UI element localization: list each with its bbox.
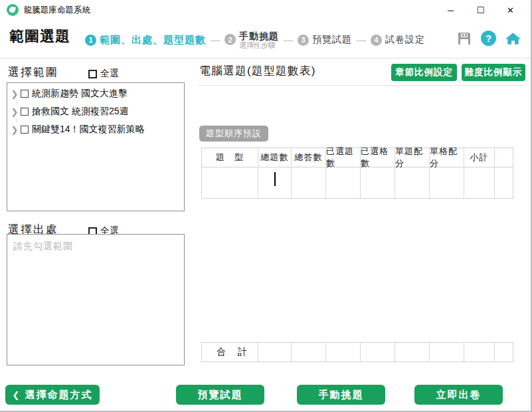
step-4-paper-settings[interactable]: 4 試卷設定 bbox=[371, 34, 425, 46]
generate-paper-button[interactable]: 立即出卷 bbox=[414, 385, 503, 405]
header-divider bbox=[0, 58, 531, 58]
range-tree: ❯ 統測新趨勢 國文大進擊 ❯ 搶救國文 統測複習25週 ❯ 關鍵雙14！國文複… bbox=[7, 82, 185, 211]
step-1-badge: 1 bbox=[85, 35, 96, 46]
source-placeholder-text: 請先勾選範圍 bbox=[13, 241, 73, 251]
total-cell bbox=[258, 343, 292, 361]
maximize-button[interactable]: ☐ bbox=[466, 0, 495, 20]
tree-item-book-1[interactable]: ❯ 統測新趨勢 國文大進擊 bbox=[10, 86, 181, 101]
step-separator: — bbox=[211, 35, 220, 45]
tree-item-book-2[interactable]: ❯ 搶救國文 統測複習25週 bbox=[10, 104, 181, 119]
window-controls: ─ ☐ ✕ bbox=[436, 0, 525, 20]
step-1-range[interactable]: 1 範圍、出處、題型題數 bbox=[85, 34, 206, 47]
text-caret bbox=[274, 172, 276, 186]
step-3-badge: 3 bbox=[298, 35, 309, 46]
total-cell bbox=[292, 343, 326, 361]
computer-selection-title: 電腦選題(題型題數表) bbox=[199, 63, 315, 78]
checkbox-icon[interactable] bbox=[21, 90, 29, 98]
checkbox-icon[interactable] bbox=[21, 126, 29, 134]
step-3-label: 預覽試題 bbox=[312, 34, 352, 46]
tree-item-label: 搶救國文 統測複習25週 bbox=[32, 106, 128, 118]
home-icon[interactable] bbox=[505, 30, 521, 47]
cell-points-per-question[interactable] bbox=[395, 167, 430, 198]
range-select-all-label: 全選 bbox=[100, 68, 119, 80]
question-type-table: 題 型 總題數 總答數 已選題數 已選格數 單題配分 單格配分 小計 bbox=[201, 148, 513, 199]
manual-pick-button[interactable]: 手動挑題 bbox=[297, 385, 385, 405]
step-2-sublabel: 選擇性步驟 bbox=[239, 41, 279, 50]
source-list-box: 請先勾選範圍 bbox=[7, 234, 185, 365]
help-icon[interactable]: ? bbox=[481, 31, 496, 46]
range-select-all-checkbox[interactable]: 全選 bbox=[88, 68, 119, 80]
app-logo-icon bbox=[7, 4, 19, 16]
cell-total-questions[interactable] bbox=[258, 167, 292, 198]
table-data-row bbox=[202, 167, 513, 198]
cell-total-answers[interactable] bbox=[292, 167, 326, 198]
save-icon[interactable] bbox=[456, 30, 472, 47]
step-2-label: 手動挑題 bbox=[239, 31, 279, 41]
step-2-manual-pick[interactable]: 2 手動挑題 選擇性步驟 bbox=[224, 31, 279, 50]
step-1-label: 範圍、出處、題型題數 bbox=[100, 34, 206, 47]
expand-chevron-icon[interactable]: ❯ bbox=[10, 107, 19, 117]
checkbox-icon[interactable] bbox=[21, 108, 29, 116]
cell-points-per-blank[interactable] bbox=[430, 167, 464, 198]
expand-chevron-icon[interactable]: ❯ bbox=[10, 89, 19, 99]
close-button[interactable]: ✕ bbox=[495, 0, 525, 20]
total-cell bbox=[430, 343, 464, 361]
back-to-method-button[interactable]: ❮ 選擇命題方式 bbox=[5, 385, 100, 405]
col-header-type: 題 型 bbox=[202, 148, 258, 167]
col-header-total-answers: 總答數 bbox=[292, 148, 326, 167]
cell-subtotal[interactable] bbox=[464, 167, 495, 198]
col-header-total-questions: 總題數 bbox=[258, 148, 292, 167]
step-2-badge: 2 bbox=[224, 34, 236, 45]
main-divider bbox=[199, 85, 524, 86]
difficulty-ratio-button[interactable]: 難度比例顯示 bbox=[462, 64, 525, 81]
total-cell bbox=[464, 343, 495, 361]
total-cell bbox=[395, 343, 430, 361]
preview-questions-button[interactable]: 預覽試題 bbox=[176, 385, 264, 405]
header-icons: ? bbox=[456, 30, 521, 47]
step-4-label: 試卷設定 bbox=[385, 34, 425, 46]
minimize-button[interactable]: ─ bbox=[436, 0, 466, 20]
total-cell bbox=[495, 343, 513, 361]
cell-type[interactable] bbox=[202, 167, 258, 198]
col-header-selected-questions: 已選題數 bbox=[326, 148, 361, 167]
table-header-row: 題 型 總題數 總答數 已選題數 已選格數 單題配分 單格配分 小計 bbox=[202, 148, 513, 167]
back-button-label: 選擇命題方式 bbox=[25, 389, 92, 401]
col-header-points-per-question: 單題配分 bbox=[395, 148, 430, 167]
total-cell bbox=[361, 343, 395, 361]
total-cell bbox=[326, 343, 361, 361]
step-4-badge: 4 bbox=[371, 35, 382, 46]
range-section-title: 選擇範圍 bbox=[8, 64, 58, 80]
expand-chevron-icon[interactable]: ❯ bbox=[10, 125, 19, 135]
type-order-default-button[interactable]: 題型順序預設 bbox=[199, 126, 268, 142]
cell-selected-blanks[interactable] bbox=[361, 167, 395, 198]
step-3-preview[interactable]: 3 預覽試題 bbox=[298, 34, 352, 46]
tree-item-book-3[interactable]: ❯ 關鍵雙14！國文複習新策略 bbox=[10, 122, 181, 137]
table-total-row: 合 計 bbox=[201, 342, 513, 362]
app-window: 龍騰題庫命題系統 ─ ☐ ✕ 範圍選題 1 範圍、出處、題型題數 — 2 手動挑… bbox=[0, 0, 532, 412]
col-header-points-per-blank: 單格配分 bbox=[430, 148, 464, 167]
chapter-ratio-button[interactable]: 章節比例設定 bbox=[391, 64, 457, 81]
wizard-steps: 1 範圍、出處、題型題數 — 2 手動挑題 選擇性步驟 — 3 預覽試題 — 4… bbox=[85, 27, 425, 53]
tree-item-label: 關鍵雙14！國文複習新策略 bbox=[32, 124, 145, 136]
chevron-left-icon: ❮ bbox=[13, 390, 21, 400]
col-header-selected-blanks: 已選格數 bbox=[361, 148, 395, 167]
col-header-blank bbox=[495, 148, 513, 167]
total-label-cell: 合 計 bbox=[202, 343, 258, 361]
cell-selected-questions[interactable] bbox=[326, 167, 361, 198]
step-separator: — bbox=[357, 35, 366, 45]
checkbox-icon bbox=[88, 70, 97, 78]
window-title: 龍騰題庫命題系統 bbox=[24, 5, 90, 16]
col-header-subtotal: 小計 bbox=[464, 148, 495, 167]
cell-blank[interactable] bbox=[495, 167, 513, 198]
title-bar: 龍騰題庫命題系統 ─ ☐ ✕ bbox=[0, 0, 531, 20]
step-separator: — bbox=[284, 35, 293, 45]
tree-item-label: 統測新趨勢 國文大進擊 bbox=[32, 88, 128, 100]
page-title: 範圍選題 bbox=[9, 27, 70, 47]
